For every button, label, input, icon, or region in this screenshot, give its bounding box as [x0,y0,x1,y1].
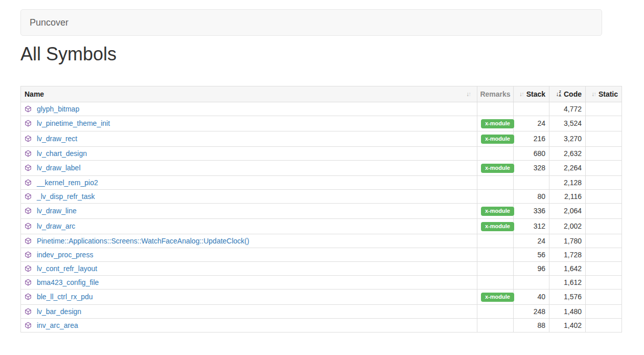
column-header-stack[interactable]: ↓↑ Stack [514,86,549,102]
table-row: Pinetime::Applications::Screens::WatchFa… [21,234,622,248]
sort-both-icon: ↓↑ [466,91,470,98]
sort-descending-icon: ↓ ZA [556,91,561,98]
symbol-cube-icon [25,322,32,329]
column-header-static[interactable]: ↓↑ Static [586,86,622,102]
symbol-cube-icon [25,193,32,200]
symbol-link[interactable]: lv_bar_design [37,307,81,316]
stack-value: 40 [514,289,549,304]
table-row: lv_draw_line x-module 336 2,064 [21,203,622,218]
static-value [586,304,622,318]
static-value [586,102,622,116]
symbol-cube-icon [25,308,32,315]
table-row: lv_pinetime_theme_init x-module 24 3,524 [21,116,622,131]
table-row: lv_cont_refr_layout 96 1,642 [21,261,622,275]
column-label-code: Code [564,90,582,98]
column-label-name: Name [25,90,44,98]
static-value [586,146,622,160]
x-module-badge: x-module [481,164,514,173]
symbol-link[interactable]: _lv_disp_refr_task [37,192,95,201]
symbol-link[interactable]: Pinetime::Applications::Screens::WatchFa… [37,237,249,245]
static-value [586,275,622,289]
code-value: 1,402 [549,318,586,332]
symbol-cube-icon [25,120,32,127]
static-value [586,160,622,175]
stack-value [514,102,549,116]
sort-both-icon: ↓↑ [519,91,523,98]
column-header-name[interactable]: Name ↓↑ [21,86,477,102]
stack-value: 88 [514,318,549,332]
symbol-link[interactable]: lv_draw_line [37,207,77,215]
table-row: __kernel_rem_pio2 2,128 [21,175,622,189]
code-value: 1,612 [549,275,586,289]
symbols-table-body: glyph_bitmap 4,772 lv_pinetime_theme_ini… [21,102,622,332]
symbol-cube-icon [25,279,32,286]
symbol-cube-icon [25,237,32,245]
table-row: bma423_config_file 1,612 [21,275,622,289]
symbol-cube-icon [25,293,32,300]
navbar-brand-link[interactable]: Puncover [30,17,68,28]
symbol-cube-icon [25,164,32,171]
stack-value: 80 [514,189,549,203]
stack-value: 56 [514,248,549,261]
stack-value: 24 [514,116,549,131]
stack-value: 96 [514,261,549,275]
table-row: lv_draw_label x-module 328 2,264 [21,160,622,175]
symbol-link[interactable]: indev_proc_press [37,251,94,259]
stack-value [514,175,549,189]
column-label-stack: Stack [526,90,545,98]
symbol-link[interactable]: __kernel_rem_pio2 [37,179,98,187]
table-row: indev_proc_press 56 1,728 [21,248,622,261]
static-value [586,189,622,203]
symbol-link[interactable]: lv_chart_design [37,149,87,158]
static-value [586,175,622,189]
column-label-remarks: Remarks [480,90,510,98]
column-label-static: Static [599,90,618,98]
symbol-link[interactable]: inv_arc_area [37,321,78,329]
stack-value: 312 [514,218,549,234]
symbol-cube-icon [25,135,32,142]
table-header-row: Name ↓↑ Remarks ↓↑ Stack [21,86,622,102]
table-row: glyph_bitmap 4,772 [21,102,622,116]
symbol-link[interactable]: bma423_config_file [37,278,99,286]
sort-both-icon: ↓↑ [591,91,595,98]
static-value [586,116,622,131]
static-value [586,248,622,261]
code-value: 4,772 [549,102,586,116]
static-value [586,261,622,275]
table-row: ble_ll_ctrl_rx_pdu x-module 40 1,576 [21,289,622,304]
x-module-badge: x-module [481,119,514,128]
symbol-link[interactable]: ble_ll_ctrl_rx_pdu [37,293,93,301]
code-value: 2,128 [549,175,586,189]
code-value: 1,780 [549,234,586,248]
x-module-badge: x-module [481,222,514,231]
static-value [586,131,622,146]
code-value: 1,728 [549,248,586,261]
symbol-link[interactable]: lv_cont_refr_layout [37,264,97,273]
symbol-link[interactable]: lv_draw_arc [37,222,75,230]
symbol-cube-icon [25,265,32,272]
column-header-code[interactable]: ↓ ZA Code [549,86,586,102]
symbol-link[interactable]: lv_pinetime_theme_init [37,119,110,127]
code-value: 2,064 [549,203,586,218]
stack-value: 248 [514,304,549,318]
page-title: All Symbols [20,44,644,64]
stack-value: 680 [514,146,549,160]
symbol-link[interactable]: lv_draw_rect [37,135,77,143]
table-row: inv_arc_area 88 1,402 [21,318,622,332]
column-header-remarks: Remarks [477,86,514,102]
static-value [586,289,622,304]
x-module-badge: x-module [481,293,514,302]
code-value: 2,116 [549,189,586,203]
table-row: _lv_disp_refr_task 80 2,116 [21,189,622,203]
symbol-link[interactable]: lv_draw_label [37,164,81,172]
code-value: 2,002 [549,218,586,234]
symbol-link[interactable]: glyph_bitmap [37,105,79,113]
static-value [586,318,622,332]
code-value: 2,264 [549,160,586,175]
symbol-cube-icon [25,179,32,186]
static-value [586,218,622,234]
code-value: 1,642 [549,261,586,275]
table-row: lv_draw_rect x-module 216 3,270 [21,131,622,146]
symbols-table: Name ↓↑ Remarks ↓↑ Stack [20,86,622,332]
table-row: lv_draw_arc x-module 312 2,002 [21,218,622,234]
